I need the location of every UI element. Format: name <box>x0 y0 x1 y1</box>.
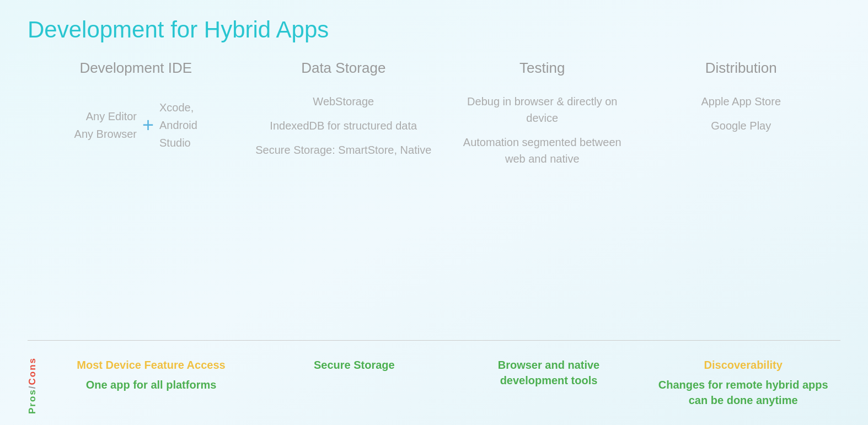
cons-label: Cons <box>27 357 37 385</box>
distribution-con-text: Changes for remote hybrid apps can be do… <box>657 377 829 408</box>
page-container: Development for Hybrid Apps Development … <box>0 0 868 425</box>
testing-item1: Debug in browser & directly on device <box>454 93 630 126</box>
bottom-col-testing: Browser and native development tools <box>452 357 646 408</box>
pros-label: Pros <box>27 389 37 414</box>
top-section: Development IDE Any Editor Any Browser +… <box>28 60 840 335</box>
storage-item2: IndexedDB for structured data <box>255 117 431 134</box>
plus-icon: + <box>142 115 154 135</box>
column-testing: Testing Debug in browser & directly on d… <box>443 60 641 335</box>
pros-cons-section: Pros/Cons Most Device Feature Access One… <box>28 352 840 414</box>
header-development-ide: Development IDE <box>79 60 192 77</box>
bottom-col-storage: Secure Storage <box>257 357 452 408</box>
data-storage-content: WebStorage IndexedDB for structured data… <box>255 93 431 166</box>
dev-con-text: One app for all platforms <box>86 377 217 392</box>
section-divider <box>28 340 840 341</box>
editor-any-label: Any Editor <box>74 107 137 125</box>
bottom-col-distribution: Discoverability Changes for remote hybri… <box>646 357 840 408</box>
testing-item2: Automation segmented between web and nat… <box>454 134 630 167</box>
header-testing: Testing <box>519 60 565 77</box>
xcode-label: Xcode, <box>159 99 197 116</box>
column-development-ide: Development IDE Any Editor Any Browser +… <box>28 60 244 335</box>
header-distribution: Distribution <box>705 60 777 77</box>
storage-item3: Secure Storage: SmartStore, Native <box>255 142 431 158</box>
testing-con-text: Browser and native development tools <box>463 357 635 388</box>
dev-right-options: Xcode, Android Studio <box>159 99 197 152</box>
storage-item1: WebStorage <box>255 93 431 110</box>
testing-content: Debug in browser & directly on device Au… <box>454 93 630 175</box>
distribution-pro-text: Discoverability <box>704 357 783 373</box>
browser-any-label: Any Browser <box>74 125 137 143</box>
bottom-col-dev-ide: Most Device Feature Access One app for a… <box>45 357 257 408</box>
storage-con-text: Secure Storage <box>314 357 395 373</box>
distribution-content: Apple App Store Google Play <box>701 93 781 142</box>
studio-label: Studio <box>159 134 197 152</box>
column-distribution: Distribution Apple App Store Google Play <box>642 60 840 335</box>
android-label: Android <box>159 116 197 134</box>
header-data-storage: Data Storage <box>301 60 385 77</box>
distribution-item2: Google Play <box>701 117 781 134</box>
pros-cons-vertical-label: Pros/Cons <box>28 357 37 414</box>
dev-left-options: Any Editor Any Browser <box>74 107 137 143</box>
dev-pro-text: Most Device Feature Access <box>77 357 225 373</box>
dev-ide-content: Any Editor Any Browser + Xcode, Android … <box>74 99 197 152</box>
bottom-columns: Most Device Feature Access One app for a… <box>45 357 840 408</box>
column-data-storage: Data Storage WebStorage IndexedDB for st… <box>244 60 443 335</box>
slash-label: / <box>27 385 37 389</box>
distribution-item1: Apple App Store <box>701 93 781 110</box>
page-title: Development for Hybrid Apps <box>28 17 840 43</box>
